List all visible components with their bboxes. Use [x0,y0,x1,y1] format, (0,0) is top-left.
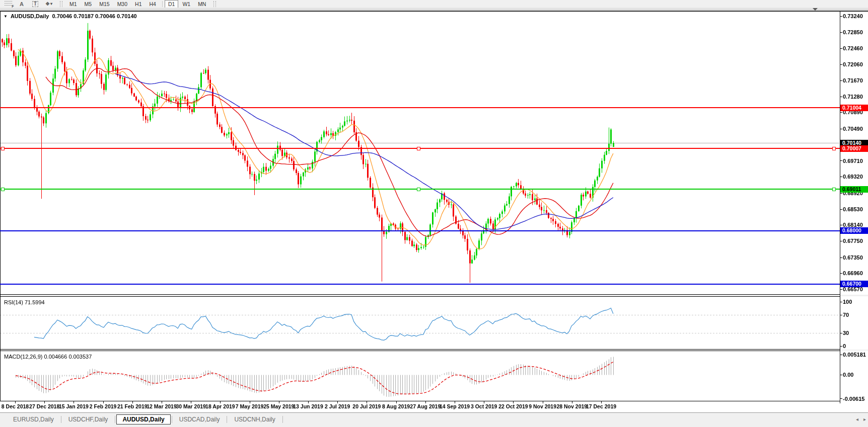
toolbar-separator [162,1,163,7]
rsi-indicator-label: RSI(14) 71.5994 [4,299,45,305]
axis-tick-label: 0.73240 [843,13,863,19]
chart-window: ▼AUDUSD,Daily 0.70046 0.70187 0.70046 0.… [0,11,868,403]
chart-ohlc-values: 0.70046 0.70187 0.70046 0.70140 [52,13,136,19]
date-tick-label: 9 Nov 2019 [529,403,556,409]
axis-tick-label: 0.00 [843,372,853,378]
axis-tick-label: 0.67350 [843,254,863,261]
chart-tab-eurusd[interactable]: EURUSD,Daily [7,414,60,424]
date-tick-label: 14 Sep 2019 [440,403,470,409]
timeframe-button-W1[interactable]: W1 [179,0,194,8]
axis-tick-label: 0.72850 [843,29,863,35]
tab-separator [115,416,115,423]
timeframe-button-H1[interactable]: H1 [131,0,145,8]
tab-separator [61,416,61,423]
timeframe-button-M1[interactable]: M1 [66,0,81,8]
date-axis[interactable]: 8 Dec 201827 Dec 201815 Jan 20192 Feb 20… [0,401,868,412]
chart-symbol-label: AUDUSD,Daily [11,13,49,19]
axis-tick-label: 0.72460 [843,45,863,51]
date-tick-label: 21 Feb 2019 [117,403,148,409]
axis-tick-label: -0.00615 [843,396,864,402]
axis-tick-label: 0.72060 [843,61,863,67]
chart-tab-usdchf[interactable]: USDCHF,Daily [62,414,114,424]
chart-title: ▼AUDUSD,Daily 0.70046 0.70187 0.70046 0.… [4,13,137,19]
tab-scroll-right-icon[interactable]: ▸ [863,416,866,422]
timeframe-button-M5[interactable]: M5 [81,0,96,8]
fibonacci-icon[interactable]: F [2,0,14,8]
axis-tick-label: 0.67750 [843,238,863,244]
date-tick-label: 27 Dec 2018 [29,403,59,409]
timeframe-button-MN[interactable]: MN [194,0,209,8]
date-tick-label: 8 Aug 2019 [382,403,410,409]
price-line-badge: 0.66700 [840,281,868,287]
date-tick-label: 12 Mar 2019 [147,403,177,409]
mt4-window: FAT❖▾M1M5M15M30H1H4D1W1MN ▼AUDUSD,Daily … [0,0,868,427]
date-tick-label: 18 Apr 2019 [205,403,235,409]
text-icon[interactable]: A [16,0,28,8]
date-tick-label: 2 Feb 2019 [90,403,117,409]
axis-tick-label: 70 [843,312,849,318]
date-tick-label: 30 Mar 2019 [176,403,206,409]
date-tick-label: 20 Jul 2019 [352,403,381,409]
date-tick-label: 27 Aug 2019 [410,403,441,409]
chart-shift-marker-icon[interactable] [813,8,818,11]
date-tick-label: 28 Nov 2019 [556,403,587,409]
date-tick-label: 8 Dec 2018 [2,403,29,409]
toolbar-gripper [213,1,216,7]
price-axis[interactable]: 0.732400.728500.724600.720600.716700.712… [840,11,868,403]
arrows-dropdown-icon[interactable]: ▾ [50,2,52,6]
date-tick-label: 3 Oct 2019 [471,403,497,409]
axis-tick-label: 0.68530 [843,206,863,212]
price-line-badge: 0.70007 [840,145,868,152]
tab-separator [282,416,283,423]
timeframe-button-M15[interactable]: M15 [96,0,113,8]
axis-tick-label: 0.69710 [843,158,863,164]
macd-indicator-label: MACD(12,26,9) 0.004666 0.003537 [4,354,92,360]
date-tick-label: 7 May 2019 [236,403,263,409]
timeframe-button-H4[interactable]: H4 [146,0,160,8]
chart-tab-usdcnh[interactable]: USDCNH,Daily [228,414,281,424]
axis-tick-label: 0.70490 [843,126,863,132]
price-line-badge: 0.71004 [840,105,868,111]
axis-tick-label: 30 [843,330,849,336]
tab-separator [227,416,227,423]
date-tick-label: 13 Jun 2019 [293,403,323,409]
axis-tick-label: 0.71280 [843,94,863,100]
chart-scroll-strip[interactable] [0,8,868,11]
axis-tick-label: 0 [843,343,846,349]
axis-tick-label: 100 [843,299,852,305]
date-tick-label: 22 Oct 2019 [498,403,528,409]
tab-separator [172,416,172,423]
axis-tick-label: 0.69320 [843,174,863,180]
top-toolbar: FAT❖▾M1M5M15M30H1H4D1W1MN [0,0,868,8]
chart-canvas[interactable] [0,11,868,403]
timeframe-button-M30[interactable]: M30 [114,0,131,8]
chart-dropdown-icon[interactable]: ▼ [4,14,8,19]
axis-tick-label: 0.71670 [843,77,863,83]
chart-tab-audusd[interactable]: AUDUSD,Daily [116,414,170,424]
axis-tick-label: 0.005181 [843,352,866,358]
date-tick-label: 17 Dec 2019 [586,403,616,409]
timeframe-button-D1[interactable]: D1 [165,0,178,8]
chart-tab-bar: EURUSD,DailyUSDCHF,DailyAUDUSD,DailyUSDC… [0,412,868,425]
toolbar-gripper [60,1,62,7]
axis-tick-label: 0.66960 [843,270,863,276]
arrows-icon[interactable]: ❖▾ [43,0,55,8]
price-line-badge: 0.68000 [840,227,868,234]
date-tick-label: 2 Jul 2019 [325,403,350,409]
date-tick-label: 15 Jan 2019 [59,403,89,409]
date-tick-label: 25 May 2019 [263,403,294,409]
chart-tab-usdcad[interactable]: USDCAD,Daily [173,414,226,424]
price-line-badge: 0.69011 [840,186,868,193]
label-icon[interactable]: T [29,0,41,8]
tab-scroll-left-icon[interactable]: ◂ [856,416,858,422]
